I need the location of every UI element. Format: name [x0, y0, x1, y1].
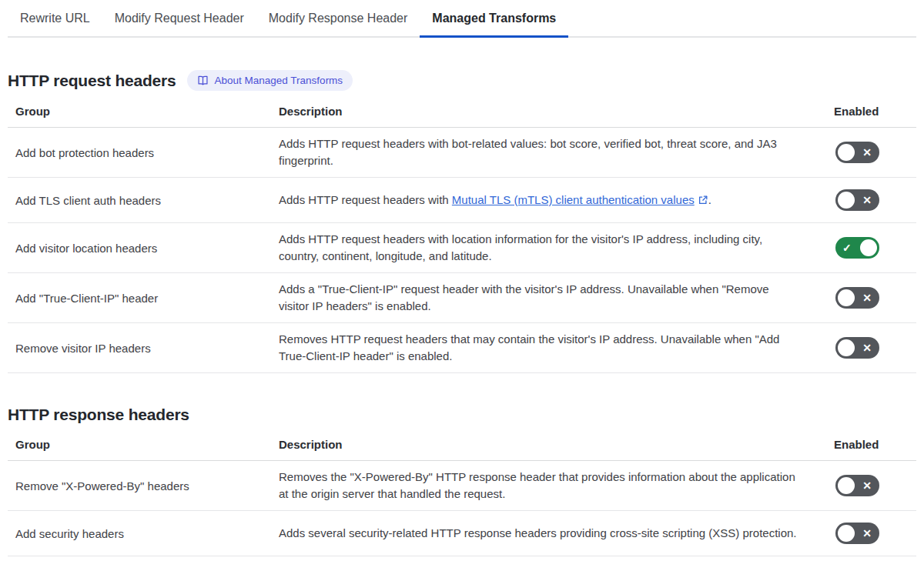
- about-badge-label: About Managed Transforms: [215, 75, 343, 86]
- group-name: Add TLS client auth headers: [8, 178, 279, 223]
- column-header-description: Description: [279, 433, 832, 461]
- group-description: Adds a "True-Client-IP" request header w…: [279, 273, 832, 323]
- description-text: Adds HTTP request headers with: [279, 193, 452, 206]
- toggle-knob: [838, 192, 855, 209]
- table-row: Add bot protection headers Adds HTTP req…: [8, 128, 916, 178]
- request-headers-section-header: HTTP request headers About Managed Trans…: [8, 70, 916, 91]
- link-text: Mutual TLS (mTLS) client authentication …: [452, 193, 695, 206]
- toggle-knob: [838, 477, 855, 494]
- table-row: Add "True-Client-IP" header Adds a "True…: [8, 273, 916, 323]
- toggle-remove-visitor-ip-headers[interactable]: ✕ ✓: [835, 337, 879, 359]
- toggle-knob: [838, 525, 855, 542]
- table-row: Add security headers Adds several securi…: [8, 511, 916, 556]
- x-icon: ✕: [862, 287, 872, 309]
- managed-transforms-page: Rewrite URL Modify Request Header Modify…: [0, 0, 924, 571]
- tab-label: Modify Request Header: [115, 12, 244, 25]
- column-header-enabled: Enabled: [832, 433, 916, 461]
- x-icon: ✕: [862, 142, 872, 163]
- toggle-add-security-headers[interactable]: ✕ ✓: [835, 523, 879, 544]
- table-header-row: Group Description Enabled: [8, 433, 916, 461]
- column-header-description: Description: [279, 100, 832, 128]
- group-description: Adds HTTP request headers with location …: [279, 223, 832, 273]
- group-name: Add visitor location headers: [8, 223, 279, 273]
- table-row: Remove "X-Powered-By" headers Removes th…: [8, 461, 916, 511]
- external-link-icon: [695, 193, 708, 206]
- tab-label: Rewrite URL: [20, 12, 90, 25]
- about-managed-transforms-link[interactable]: About Managed Transforms: [187, 70, 353, 91]
- toggle-knob: [838, 339, 855, 356]
- book-icon: [197, 75, 209, 86]
- tab-bar: Rewrite URL Modify Request Header Modify…: [8, 0, 916, 38]
- group-description: Adds HTTP request headers with bot-relat…: [279, 128, 832, 178]
- tab-rewrite-url[interactable]: Rewrite URL: [8, 0, 102, 36]
- check-icon: ✓: [842, 237, 852, 259]
- column-header-group: Group: [8, 100, 279, 128]
- table-row: Add visitor location headers Adds HTTP r…: [8, 223, 916, 273]
- toggle-knob: [838, 144, 855, 161]
- group-name: Remove "X-Powered-By" headers: [8, 461, 279, 511]
- group-name: Add bot protection headers: [8, 128, 279, 178]
- tab-modify-request-header[interactable]: Modify Request Header: [102, 0, 256, 36]
- toggle-add-tls-client-auth-headers[interactable]: ✕ ✓: [835, 189, 879, 211]
- toggle-knob: [860, 239, 877, 256]
- column-header-group: Group: [8, 433, 279, 461]
- response-headers-table: Group Description Enabled Remove "X-Powe…: [8, 433, 916, 556]
- x-icon: ✕: [862, 475, 872, 496]
- group-description: Adds HTTP request headers with Mutual TL…: [279, 178, 832, 223]
- section-title: HTTP response headers: [8, 406, 189, 424]
- table-row: Remove visitor IP headers Removes HTTP r…: [8, 323, 916, 373]
- response-headers-section-header: HTTP response headers: [8, 406, 916, 424]
- group-description: Removes HTTP request headers that may co…: [279, 323, 832, 373]
- x-icon: ✕: [862, 337, 872, 359]
- table-header-row: Group Description Enabled: [8, 100, 916, 128]
- column-header-enabled: Enabled: [832, 100, 916, 128]
- section-title: HTTP request headers: [8, 72, 176, 90]
- toggle-add-visitor-location-headers[interactable]: ✕ ✓: [835, 237, 879, 259]
- table-row: Add TLS client auth headers Adds HTTP re…: [8, 178, 916, 223]
- tab-modify-response-header[interactable]: Modify Response Header: [256, 0, 420, 36]
- x-icon: ✕: [862, 523, 872, 544]
- group-description: Adds several security-related HTTP respo…: [279, 511, 832, 556]
- group-name: Add "True-Client-IP" header: [8, 273, 279, 323]
- toggle-knob: [838, 289, 855, 306]
- active-tab-underline: [420, 35, 568, 38]
- request-headers-table: Group Description Enabled Add bot protec…: [8, 100, 916, 373]
- tab-label: Managed Transforms: [432, 12, 556, 25]
- toggle-remove-x-powered-by-headers[interactable]: ✕ ✓: [835, 475, 879, 496]
- tab-label: Modify Response Header: [269, 12, 408, 25]
- group-name: Remove visitor IP headers: [8, 323, 279, 373]
- group-description: Removes the "X-Powered-By" HTTP response…: [279, 461, 832, 511]
- group-name: Add security headers: [8, 511, 279, 556]
- description-text: .: [708, 193, 711, 206]
- toggle-add-bot-protection-headers[interactable]: ✕ ✓: [835, 142, 879, 163]
- x-icon: ✕: [862, 189, 872, 211]
- mtls-docs-link[interactable]: Mutual TLS (mTLS) client authentication …: [452, 193, 708, 206]
- tab-managed-transforms[interactable]: Managed Transforms: [420, 0, 568, 36]
- toggle-add-true-client-ip-header[interactable]: ✕ ✓: [835, 287, 879, 309]
